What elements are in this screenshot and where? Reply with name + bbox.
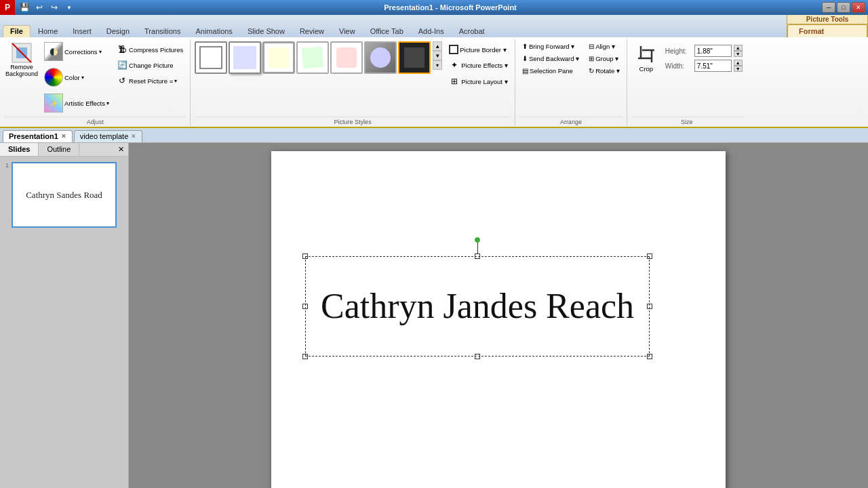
tab-transitions[interactable]: Transitions [137,25,188,37]
width-input[interactable] [694,60,732,72]
width-up[interactable]: ▲ [734,60,743,66]
tab-addins[interactable]: Add-Ins [411,25,452,37]
style-6[interactable] [364,41,397,74]
close-button[interactable]: ✕ [852,2,865,13]
slide-thumb-signature: Cathryn Sandes Road [26,190,102,201]
gallery-expand[interactable]: ▾ [433,60,442,70]
tab-insert[interactable]: Insert [65,25,99,37]
tab-animations[interactable]: Animations [188,25,239,37]
group-picture-styles: ▲ ▼ ▾ Picture Border ▾ ✦ Picture Effects… [191,39,515,125]
crop-button[interactable]: Crop [631,41,661,75]
slide-thumbnail-area: 1 Cathryn Sandes Road [0,157,128,488]
save-button[interactable]: 💾 [18,1,31,14]
rotate-button[interactable]: ↻ Rotate ▾ [586,65,623,77]
width-down[interactable]: ▼ [734,66,743,72]
gallery-scroll-down[interactable]: ▼ [433,51,442,60]
height-row: Height: ▲ ▼ [665,45,743,57]
minimize-button[interactable]: ─ [822,2,835,13]
ribbon-content: Remove Background 🌓 Corrections▾ Color▾ … [0,37,868,128]
width-row: Width: ▲ ▼ [665,60,743,72]
maximize-button[interactable]: □ [837,2,850,13]
top-bar: P 💾 ↩ ↪ ▼ Presentation1 - Microsoft Powe… [0,0,868,15]
redo-button[interactable]: ↪ [47,1,61,14]
selection-pane-button[interactable]: ▤ Selection Pane [519,65,582,77]
slides-tab[interactable]: Slides [0,143,39,156]
selected-image[interactable]: Cathryn Jandes Reach [305,256,650,357]
slide-number: 1 [5,162,9,169]
picture-layout-button[interactable]: ⊞ Picture Layout ▾ [446,74,511,89]
handle-bottom-left[interactable] [302,354,308,359]
document-tabs: Presentation1 ✕ video template ✕ [0,128,868,143]
tab-design[interactable]: Design [99,25,137,37]
tab-format[interactable]: Format [787,24,867,37]
reset-icon: ↺ [117,75,127,86]
app-icon: P [0,0,15,15]
picture-tools-banner: Picture Tools [787,15,867,24]
handle-top-middle[interactable] [475,253,480,259]
close-tab-presentation1[interactable]: ✕ [61,133,66,140]
picture-border-button[interactable]: Picture Border ▾ [446,43,511,56]
slide-thumbnail-1[interactable]: Cathryn Sandes Road [12,162,117,228]
gallery-scroll-up[interactable]: ▲ [433,41,442,51]
slide-panel: Slides Outline ✕ 1 Cathryn Sandes Road [0,143,129,488]
tab-view[interactable]: View [332,25,363,37]
slide-panel-tabs: Slides Outline ✕ [0,143,128,157]
slide-panel-close[interactable]: ✕ [114,143,128,156]
handle-top-right[interactable] [647,253,652,259]
tab-file[interactable]: File [3,25,31,37]
remove-background-button[interactable]: Remove Background [4,39,39,80]
align-button[interactable]: ⊟ Align ▾ [586,41,623,52]
picture-styles-gallery [195,41,431,74]
width-spinner: ▲ ▼ [734,60,743,72]
handle-middle-right[interactable] [647,304,652,309]
quick-access-toolbar: 💾 ↩ ↪ ▼ [15,0,79,15]
adjust-label: Adjust [4,117,186,125]
picture-effects-icon: ✦ [449,60,460,70]
handle-bottom-right[interactable] [647,354,652,359]
group-adjust: Remove Background 🌓 Corrections▾ Color▾ … [0,39,191,125]
tab-acrobat[interactable]: Acrobat [452,25,492,37]
height-up[interactable]: ▲ [734,45,743,51]
tab-home[interactable]: Home [31,25,65,37]
group-button[interactable]: ⊞ Group ▾ [586,53,623,64]
undo-button[interactable]: ↩ [33,1,46,14]
change-picture-button[interactable]: 🔄 Change Picture [114,58,186,73]
picture-layout-icon: ⊞ [449,76,460,87]
main-area: Slides Outline ✕ 1 Cathryn Sandes Road [0,143,868,488]
window-title: Presentation1 - Microsoft PowerPoint [79,0,822,15]
color-button[interactable]: Color▾ [41,65,113,89]
handle-top-left[interactable] [302,253,308,259]
style-4[interactable] [296,41,329,74]
bring-forward-button[interactable]: ⬆ Bring Forward ▾ [519,41,582,52]
handle-middle-left[interactable] [302,304,308,309]
ribbon-section: File Home Insert Design Transitions Anim… [0,15,868,128]
change-picture-icon: 🔄 [117,60,127,70]
height-down[interactable]: ▼ [734,51,743,57]
height-input[interactable] [694,45,732,57]
style-simple[interactable] [195,41,227,74]
doc-tab-presentation1[interactable]: Presentation1 ✕ [3,130,73,142]
tab-officetab[interactable]: Office Tab [363,25,411,37]
style-2[interactable] [229,41,261,74]
tab-slideshow[interactable]: Slide Show [240,25,292,37]
compress-icon: 🗜 [117,44,127,55]
artistic-effects-button[interactable]: ✨ Artistic Effects▾ [41,91,113,115]
rotate-handle[interactable] [475,237,480,243]
quickaccess-dropdown[interactable]: ▼ [62,1,76,14]
handle-bottom-middle[interactable] [475,354,480,359]
reset-picture-button[interactable]: ↺ Reset Picture =▾ [114,73,186,88]
corrections-button[interactable]: 🌓 Corrections▾ [41,39,113,64]
style-3[interactable] [262,41,295,74]
tab-review[interactable]: Review [292,25,332,37]
slide-canvas[interactable]: Cathryn Jandes Reach [271,151,726,489]
send-backward-button[interactable]: ⬇ Send Backward ▾ [519,53,582,64]
close-tab-video-template[interactable]: ✕ [131,133,136,140]
group-arrange: ⬆ Bring Forward ▾ ⬇ Send Backward ▾ ▤ Se… [515,39,627,125]
outline-tab[interactable]: Outline [39,143,79,156]
picture-effects-button[interactable]: ✦ Picture Effects ▾ [446,58,511,73]
style-5[interactable] [330,41,363,74]
doc-tab-video-template[interactable]: video template ✕ [74,130,143,142]
compress-pictures-button[interactable]: 🗜 Compress Pictures [114,42,186,57]
remove-background-icon [11,42,33,64]
style-7[interactable] [398,41,431,74]
